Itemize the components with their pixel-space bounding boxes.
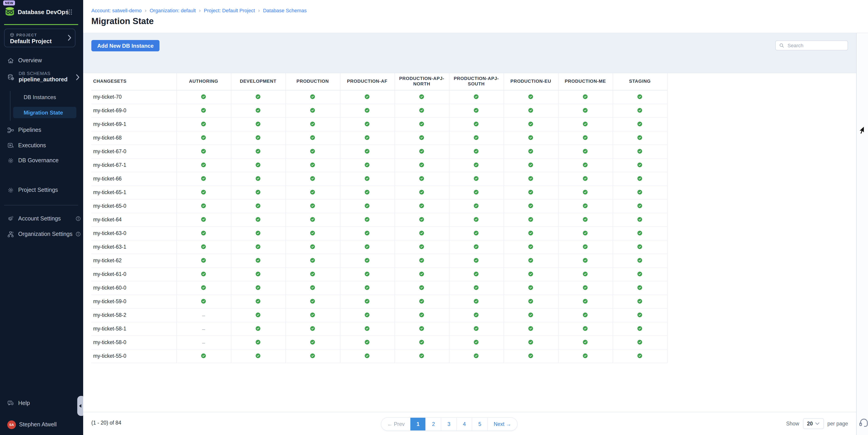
sidebar-item-pipelines[interactable]: Pipelines: [7, 124, 80, 136]
sidebar-item-overview[interactable]: Overview: [7, 54, 80, 67]
governance-gear-icon: [7, 157, 14, 164]
sidebar-item-db-instances[interactable]: DB Instances: [24, 94, 56, 100]
success-badge-icon: [583, 162, 588, 168]
status-cell-not-deployed: –: [176, 336, 231, 349]
success-badge-icon: [419, 135, 425, 141]
status-cell-success: [395, 349, 449, 363]
success-badge-icon: [528, 94, 533, 99]
page-button-1[interactable]: 1: [411, 418, 426, 431]
page-button-2[interactable]: 2: [426, 418, 441, 431]
table-row: my-ticket-62: [91, 254, 667, 267]
breadcrumb-organization[interactable]: Organization: default: [150, 8, 196, 13]
info-icon[interactable]: [75, 231, 81, 237]
success-badge-icon: [310, 94, 315, 99]
status-cell-not-deployed: –: [176, 308, 231, 322]
sidebar-item-migration-state[interactable]: Migration State: [13, 107, 76, 118]
changeset-name: my-ticket-63-0: [91, 226, 176, 240]
project-selector[interactable]: PROJECT Default Project: [4, 29, 75, 47]
table-row: my-ticket-58-2–: [91, 308, 667, 322]
status-cell-success: [340, 213, 395, 226]
status-cell-success: [503, 104, 558, 117]
new-badge: NEW: [3, 0, 15, 5]
success-badge-icon: [583, 135, 588, 141]
status-cell-success: [613, 213, 667, 226]
page-button-3[interactable]: 3: [441, 418, 457, 431]
success-badge-icon: [365, 176, 370, 181]
status-cell-success: [231, 322, 285, 336]
page-button-4[interactable]: 4: [457, 418, 472, 431]
breadcrumb-database-schemas[interactable]: Database Schemas: [263, 8, 307, 13]
scrollbar-track-line[interactable]: [856, 33, 857, 435]
status-cell-success: [503, 322, 558, 336]
success-badge-icon: [256, 135, 261, 141]
status-cell-success: [285, 349, 340, 363]
success-badge-icon: [310, 135, 315, 141]
page-button-5[interactable]: 5: [472, 418, 487, 431]
status-cell-success: [449, 336, 503, 349]
success-badge-icon: [365, 217, 370, 222]
success-badge-icon: [528, 231, 533, 236]
nav-tree-line: [10, 91, 10, 121]
user-menu[interactable]: SA Stephen Atwell: [7, 418, 80, 431]
success-badge-icon: [474, 340, 479, 345]
column-header: PRODUCTION: [285, 73, 340, 90]
success-badge-icon: [474, 312, 479, 318]
search-input[interactable]: [787, 42, 844, 49]
per-page-select[interactable]: 20: [803, 418, 824, 429]
sidebar-item-label: Organization Settings: [18, 231, 72, 237]
sidebar-item-executions[interactable]: Executions: [7, 139, 80, 152]
support-headset-icon[interactable]: [859, 417, 868, 428]
sidebar-item-project-settings[interactable]: Project Settings: [7, 184, 80, 196]
status-cell-success: [231, 294, 285, 308]
status-cell-not-deployed: –: [176, 322, 231, 336]
changeset-name: my-ticket-58-2: [91, 308, 176, 322]
sidebar-item-db-schemas[interactable]: DB SCHEMAS pipeline_authored: [7, 69, 80, 86]
success-badge-icon: [365, 272, 370, 277]
column-header: PRODUCTION-APJ-NORTH: [395, 73, 449, 90]
success-badge-icon: [528, 176, 533, 181]
table-row: my-ticket-61-0: [91, 267, 667, 281]
breadcrumb-project[interactable]: Project: Default Project: [204, 8, 255, 13]
table-row: my-ticket-60-0: [91, 281, 667, 294]
sidebar-collapse-handle[interactable]: [77, 396, 83, 416]
success-badge-icon: [365, 149, 370, 154]
status-cell-success: [231, 240, 285, 254]
changeset-name: my-ticket-63-1: [91, 240, 176, 254]
sidebar-item-db-governance[interactable]: DB Governance: [7, 154, 80, 167]
apps-grid-icon[interactable]: [66, 9, 72, 15]
sidebar-item-label: Project Settings: [18, 187, 58, 193]
status-cell-success: [285, 226, 340, 240]
info-icon[interactable]: [75, 216, 81, 221]
success-badge-icon: [310, 340, 315, 345]
success-badge-icon: [638, 190, 643, 195]
status-cell-success: [558, 336, 613, 349]
success-badge-icon: [474, 272, 479, 277]
sidebar-item-label: Help: [18, 400, 30, 406]
prev-page-button[interactable]: ← Prev: [381, 418, 411, 431]
next-page-button[interactable]: Next →: [487, 418, 517, 431]
success-badge-icon: [256, 204, 261, 209]
status-cell-success: [613, 158, 667, 172]
status-cell-success: [449, 131, 503, 145]
status-cell-success: [395, 322, 449, 336]
success-badge-icon: [201, 190, 206, 195]
status-cell-success: [285, 145, 340, 158]
success-badge-icon: [256, 94, 261, 99]
sidebar-item-account-settings[interactable]: Account Settings: [7, 212, 80, 225]
add-new-db-instance-button[interactable]: Add New DB Instance: [91, 40, 159, 51]
status-cell-success: [285, 172, 340, 185]
status-cell-success: [449, 308, 503, 322]
status-cell-success: [558, 185, 613, 199]
sidebar-item-help[interactable]: ? Help: [7, 397, 80, 409]
success-badge-icon: [201, 258, 206, 263]
success-badge-icon: [256, 312, 261, 318]
sidebar-item-organization-settings[interactable]: Organization Settings: [7, 228, 80, 241]
status-cell-success: [558, 158, 613, 172]
status-cell-success: [558, 267, 613, 281]
status-cell-success: [503, 281, 558, 294]
breadcrumb-account[interactable]: Account: satwell-demo: [91, 8, 142, 13]
gear-icon: [7, 187, 14, 193]
db-schemas-value: pipeline_authored: [19, 76, 67, 84]
success-badge-icon: [583, 108, 588, 113]
success-badge-icon: [256, 285, 261, 290]
